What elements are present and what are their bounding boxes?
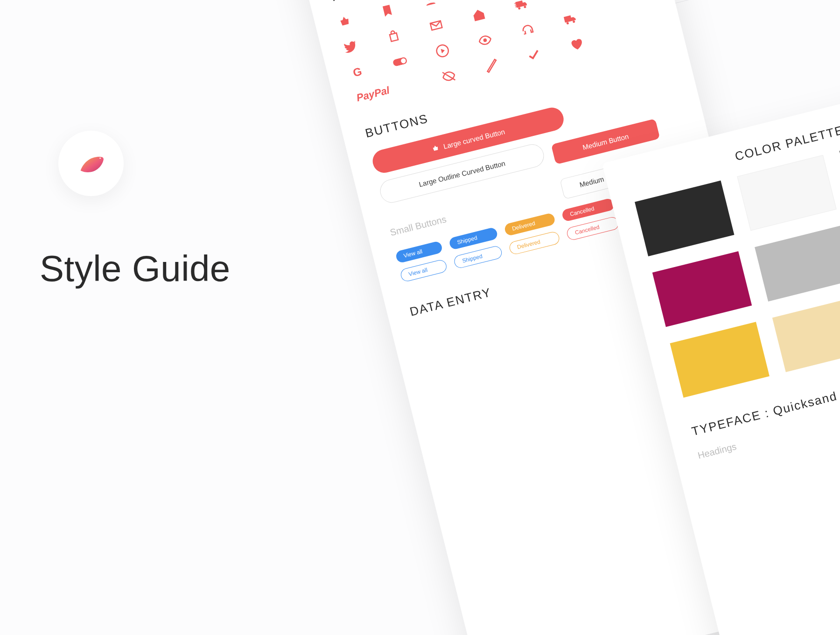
button-label: Large curved Button <box>442 127 505 150</box>
logo <box>58 131 124 196</box>
bag-icon <box>385 28 402 44</box>
paypal-icon: PayPal <box>355 75 428 106</box>
basket-icon <box>431 143 441 154</box>
swatch-yellow <box>670 322 770 397</box>
mail-icon <box>427 17 444 34</box>
chip-view-all-outline[interactable]: View all <box>399 259 448 282</box>
chip-view-all[interactable]: View all <box>395 240 443 263</box>
headset-icon <box>519 21 536 38</box>
svg-point-1 <box>427 0 432 0</box>
check-icon <box>525 47 542 64</box>
bird-logo-icon <box>75 147 107 180</box>
toggle-icon <box>392 53 408 70</box>
swatch-cream <box>772 296 840 372</box>
page-title: Style Guide <box>40 247 231 290</box>
button-label: Large Outline Curved Button <box>418 159 506 188</box>
swatch-magenta <box>652 251 752 327</box>
play-icon <box>434 42 451 59</box>
twitter-icon <box>343 38 359 55</box>
eye-icon <box>476 32 493 49</box>
shipping-icon <box>513 0 530 13</box>
chip-delivered-outline[interactable]: Delivered <box>508 231 560 256</box>
chip-shipped-outline[interactable]: Shipped <box>453 245 503 269</box>
ruler-icon <box>483 57 500 74</box>
button-label: Medium Button <box>582 132 630 151</box>
heart-icon <box>568 36 585 53</box>
home-icon <box>470 7 487 23</box>
basket-icon <box>336 13 353 30</box>
swatch-lightgrey <box>755 226 840 301</box>
icons-grid: G PayPal <box>336 0 659 106</box>
truck-icon <box>562 10 579 27</box>
google-icon: G <box>349 64 366 80</box>
small-buttons-heading: Small Buttons <box>389 214 448 238</box>
svg-point-8 <box>483 38 487 42</box>
swatch-offwhite <box>737 155 836 231</box>
svg-point-0 <box>99 157 101 159</box>
swatch-black <box>635 181 734 256</box>
user-icon <box>421 0 438 8</box>
eye-off-icon <box>441 68 457 85</box>
bookmark-icon <box>379 2 396 19</box>
